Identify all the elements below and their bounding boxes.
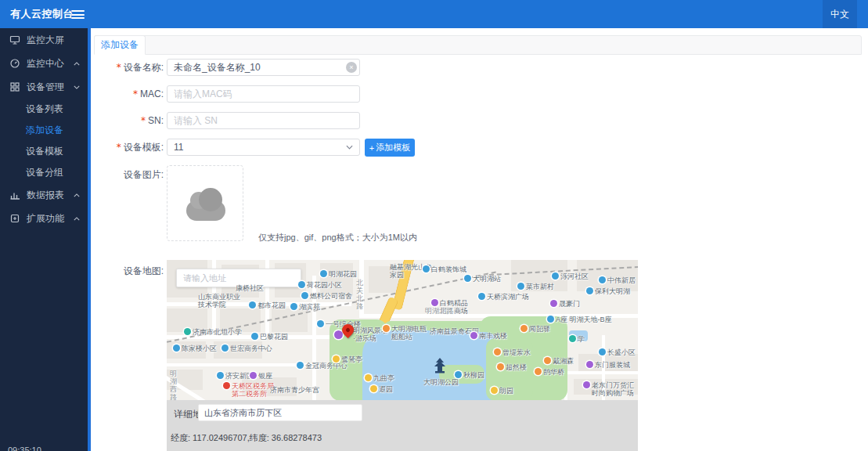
device-name-input[interactable] xyxy=(167,59,360,76)
mac-label: *MAC: xyxy=(49,85,164,103)
coordinates-text: 经度: 117.02496707,纬度: 36.68278473 xyxy=(171,432,322,444)
map-poi-label: 学 xyxy=(569,335,585,343)
map-poi-label: 天桥区税务局 第二税务所 xyxy=(223,382,274,398)
map-poi-label: 秋柳园 xyxy=(455,371,484,379)
map-marker-icon xyxy=(544,357,551,364)
map-marker-icon xyxy=(250,372,257,379)
map-poi-label: 中伟新居 xyxy=(599,276,636,284)
map-poi-label: 菜市新村 xyxy=(517,283,554,290)
picture-upload-box[interactable] xyxy=(167,165,243,241)
sn-label: *SN: xyxy=(49,112,164,129)
map-poi-label: 鹭鸶亭 xyxy=(333,355,362,363)
map-poi-label: 老东门万货汇 时尚购物广场 xyxy=(583,381,634,397)
detail-address-input[interactable] xyxy=(198,404,362,421)
map-poi-label: 济安新区 xyxy=(217,372,254,380)
map-marker-icon xyxy=(586,361,593,368)
add-template-button[interactable]: + 添加模板 xyxy=(365,139,415,157)
map-marker-icon xyxy=(251,333,258,340)
map-poi-label: 长盛小区 xyxy=(599,348,636,356)
map-poi-label: 大明湖公园 xyxy=(423,378,459,386)
map-marker-icon xyxy=(552,272,559,280)
map-marker-icon xyxy=(431,299,438,306)
map-marker-icon xyxy=(290,303,297,310)
grid-icon xyxy=(9,81,20,92)
template-select-value: 11 xyxy=(174,142,183,153)
map-poi-label: 白鹤装饰城 xyxy=(423,265,466,273)
map-marker-icon xyxy=(599,348,606,355)
map-marker-icon xyxy=(173,345,180,352)
map-marker-icon xyxy=(333,355,340,363)
template-label: *设备模板: xyxy=(49,139,164,156)
map-marker-icon xyxy=(249,301,256,308)
map-poi-label: A座 明湖天地-B座 xyxy=(547,316,612,323)
map-marker-icon xyxy=(586,287,593,294)
plus-icon: + xyxy=(369,143,374,153)
map-block xyxy=(320,263,353,296)
map-marker-icon xyxy=(478,293,485,300)
device-picture-label: 设备图片: xyxy=(49,166,164,183)
top-header: 有人云控制台 中文 xyxy=(0,0,868,28)
map-marker-icon xyxy=(317,320,324,327)
map-poi-label: 陈家楼小区 xyxy=(173,345,217,352)
tab-bar: 添加设备 xyxy=(94,35,862,55)
map-poi-label: 大明湖站 xyxy=(464,275,501,283)
map-poi-label: 遐园 xyxy=(370,385,393,393)
sidebar-footer: 09:35:10 2019-05-22 当前版本：V2.7.1 xyxy=(8,445,76,451)
sn-input[interactable] xyxy=(167,112,360,129)
map-road-label: 明湖北路 xyxy=(425,307,453,315)
map-road xyxy=(167,363,315,366)
current-time: 09:35:10 xyxy=(8,445,76,451)
sidebar-item-monitor-screen[interactable]: 监控大屏 xyxy=(0,28,88,52)
monitor-icon xyxy=(9,34,20,45)
map-marker-icon xyxy=(464,275,471,282)
map-poi-label: 曾堤萦水 xyxy=(494,348,531,356)
map-marker-icon xyxy=(550,300,557,307)
chevron-up-icon xyxy=(74,193,80,197)
map-poi-label: 天桥滨湖广场 xyxy=(478,293,529,301)
map-poi-label: 东门服装城 xyxy=(586,361,630,369)
map-poi-label: 巴黎花园 xyxy=(251,333,288,341)
map-marker-icon xyxy=(297,362,304,369)
picture-upload-hint: 仅支持jpg、gif、png格式；大小为1M以内 xyxy=(258,232,417,244)
chevron-up-icon xyxy=(74,217,80,221)
template-select[interactable]: 11 xyxy=(167,139,360,156)
device-map-label: 设备地图: xyxy=(49,262,164,280)
map-poi-label: 世宏商务中心 xyxy=(222,345,272,352)
map-poi-label: 泺河社区 xyxy=(552,272,589,280)
address-section: 详细地址: 经度: 117.02496707,纬度: 36.68278473 xyxy=(167,400,638,451)
map-marker-icon xyxy=(494,348,501,355)
map-marker-icon xyxy=(320,270,327,277)
map-marker-icon xyxy=(383,325,390,332)
cloud-image xyxy=(186,200,225,221)
map-marker-icon xyxy=(370,385,377,392)
gauge-icon xyxy=(9,58,20,69)
map-poi-label: 燃料公司宿舍 xyxy=(301,292,352,300)
device-name-label: *设备名称: xyxy=(49,59,164,76)
map-marker-icon xyxy=(497,363,504,370)
language-button[interactable]: 中文 xyxy=(823,0,857,28)
sidebar-item-data-report[interactable]: 数据报表 xyxy=(0,183,88,207)
clear-input-icon[interactable]: × xyxy=(346,62,357,73)
map-marker-icon xyxy=(455,371,462,378)
device-map[interactable]: 康桥社区明湖花园融基湖光山色 家园白鹤装饰城大明湖站荷花园小区燃料公司宿舍山东商… xyxy=(167,260,638,400)
map-poi-label: 济南市青少年宫 xyxy=(270,386,319,394)
sidebar-item-extensions[interactable]: 扩展功能 xyxy=(0,207,88,230)
hamburger-menu-icon[interactable] xyxy=(71,10,85,19)
tab-add-device[interactable]: 添加设备 xyxy=(94,35,146,55)
map-poi-label: 戴湘森 xyxy=(544,357,574,365)
bar-chart-icon xyxy=(9,189,20,200)
chevron-down-icon xyxy=(346,145,353,150)
map-poi-label: 都市花园 xyxy=(249,301,286,309)
map-marker-icon xyxy=(583,381,590,388)
map-road-label: 北 关 北 路 xyxy=(356,279,363,310)
mac-input[interactable] xyxy=(167,85,360,103)
map-poi-label: 荷花园小区 xyxy=(298,281,342,289)
map-marker-icon xyxy=(223,382,230,389)
map-poi-label: 明湖花园 xyxy=(320,270,357,278)
map-road xyxy=(567,371,638,374)
required-mark: * xyxy=(117,62,121,73)
map-marker-icon xyxy=(217,372,224,379)
map-poi-label: 康桥社区 xyxy=(236,284,264,292)
map-poi-label: 鹊华桥 xyxy=(535,368,564,376)
map-marker-icon xyxy=(520,325,528,332)
